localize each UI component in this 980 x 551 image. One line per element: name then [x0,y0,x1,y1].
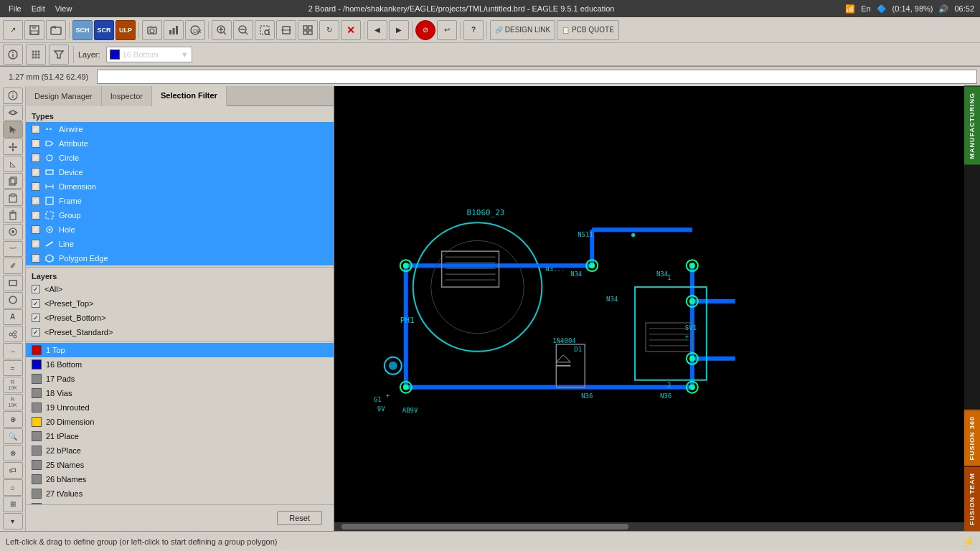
via-lt-btn[interactable]: ⊕ [3,411,23,428]
menu-edit[interactable]: Edit [29,4,48,13]
route-lt-btn[interactable]: 〰 [3,241,23,258]
type-line[interactable]: Line [26,237,334,251]
group-checkbox[interactable] [32,211,40,220]
grid-lt-btn[interactable]: ⊞ [3,496,23,513]
circle-checkbox[interactable] [32,154,40,162]
type-group[interactable]: Group [26,208,334,222]
net-lt-btn[interactable] [3,326,23,342]
props-lt-btn[interactable] [3,224,23,240]
layer-17-pads[interactable]: 17 Pads [26,372,334,386]
panel-fusion-team[interactable]: FUSION TEAM [964,466,980,531]
drc-btn[interactable]: DRC [185,20,205,40]
delete-lt-btn[interactable] [3,207,23,223]
device-checkbox[interactable] [32,168,40,176]
type-dimension[interactable]: Dimension [26,179,334,194]
type-attribute[interactable]: Attribute [26,136,334,151]
line-checkbox[interactable] [32,240,40,248]
ulp-btn[interactable]: ULP [116,20,136,40]
airwire-checkbox[interactable] [32,125,40,133]
menu-file[interactable]: File [6,4,24,13]
pcb-quote-btn[interactable]: 📋 PCB QUOTE [557,20,619,40]
type-device[interactable]: Device [26,165,334,179]
search-lt-btn[interactable]: 🔍 [3,428,23,445]
type-frame[interactable]: Frame [26,194,334,208]
layer-18-vias[interactable]: 18 Vias [26,386,334,400]
tab-selection-filter[interactable]: Selection Filter [152,86,227,106]
menu-view[interactable]: View [52,4,75,13]
select-tool-btn[interactable]: ↗ [3,20,23,40]
copy-lt-btn[interactable] [3,173,23,189]
reset-button[interactable]: Reset [277,511,322,525]
cam-process-btn[interactable]: ✕ [341,20,361,40]
canvas-scrollbar[interactable] [334,522,964,531]
forward-btn[interactable]: ▶ [389,20,409,40]
layer-preset-bottom[interactable]: <Preset_Bottom> [26,311,334,325]
preset-standard-checkbox[interactable] [32,328,40,336]
panel-fusion360[interactable]: FUSION 360 [964,410,980,466]
scroll-thumb[interactable] [341,524,628,529]
undo-btn[interactable]: ↩ [437,20,457,40]
cam-btn[interactable] [142,20,162,40]
sch-btn[interactable]: SCH [72,20,93,40]
angle-lt-btn[interactable]: ◺ [3,156,23,172]
type-polygon-edge[interactable]: Polygon Edge [26,251,334,265]
layer-info-btn[interactable] [3,44,23,65]
preset-bottom-checkbox[interactable] [32,314,40,322]
more-lt-btn[interactable]: ▾ [3,513,23,529]
label-lt-btn[interactable]: 🏷 [3,462,23,479]
layer-19-unrouted[interactable]: 19 Unrouted [26,400,334,415]
layer-22-bplace[interactable]: 22 bPlace [26,443,334,458]
help-btn[interactable]: ? [463,20,484,40]
zoom-in-btn[interactable] [212,20,232,40]
rect-lt-btn[interactable] [3,275,23,291]
layer-26-bnames[interactable]: 26 bNames [26,472,334,486]
hole-checkbox[interactable] [32,225,40,234]
panel-manufacturing[interactable]: MANUFACTURING [964,86,980,165]
layer-all[interactable]: <All> [26,282,334,296]
home-lt-btn[interactable]: ⌂ [3,479,23,496]
info-lt-btn[interactable] [3,88,23,104]
refresh-btn[interactable]: ↻ [319,20,339,40]
open-btn[interactable] [46,20,66,40]
grid-btn[interactable] [26,44,46,65]
paste-lt-btn[interactable] [3,189,23,206]
command-input[interactable] [97,70,977,84]
tab-design-manager[interactable]: Design Manager [26,86,102,106]
pcb-canvas[interactable]: B1060_23 PH1 G1 9V + AB9V 1N4004 D1 1 2 … [334,86,964,531]
pen-lt-btn[interactable]: ✐ [3,258,23,274]
attribute-checkbox[interactable] [32,139,40,148]
wire-lt-btn[interactable]: → [3,343,23,359]
layer-27-tvalues[interactable]: 27 tValues [26,486,334,501]
design-link-btn[interactable]: 🔗 DESIGN LINK [490,20,555,40]
zoom-box-btn[interactable] [255,20,275,40]
type-circle[interactable]: Circle [26,151,334,165]
r2-lt-btn[interactable]: R10K [3,394,23,410]
preset-top-checkbox[interactable] [32,299,40,308]
layer-preset-top[interactable]: <Preset_Top> [26,296,334,311]
type-hole[interactable]: Hole [26,222,334,237]
frame-checkbox[interactable] [32,197,40,205]
layer-preset-standard[interactable]: <Preset_Standard> [26,325,334,339]
stop-btn[interactable]: ⊘ [415,20,435,40]
zoom-all-btn[interactable] [298,20,318,40]
type-airwire[interactable]: Airwire [26,122,334,136]
back-btn[interactable]: ◀ [367,20,387,40]
layer-selector[interactable]: 16 Bottom ▼ [106,47,192,62]
stats-btn[interactable] [164,20,184,40]
zoom-fit-btn[interactable] [276,20,296,40]
layer-21-tplace[interactable]: 21 tPlace [26,429,334,443]
layer-16-bottom[interactable]: 16 Bottom [26,357,334,372]
layer-1-top[interactable]: 1 Top [26,343,334,357]
zoom-out-btn[interactable] [233,20,253,40]
scr-btn[interactable]: SCR [94,20,114,40]
circle-lt-btn[interactable] [3,292,23,309]
polygon-edge-checkbox[interactable] [32,254,40,263]
poly-lt-btn[interactable]: ≈ [3,360,23,377]
layer-20-dimension[interactable]: 20 Dimension [26,415,334,429]
tab-inspector[interactable]: Inspector [102,86,152,106]
layer-25-tnames[interactable]: 25 tNames [26,458,334,472]
r1-lt-btn[interactable]: R10K [3,377,23,393]
layer-dropdown-arrow[interactable]: ▼ [181,50,189,59]
save-btn[interactable] [24,20,44,40]
filter-btn[interactable] [49,44,69,65]
